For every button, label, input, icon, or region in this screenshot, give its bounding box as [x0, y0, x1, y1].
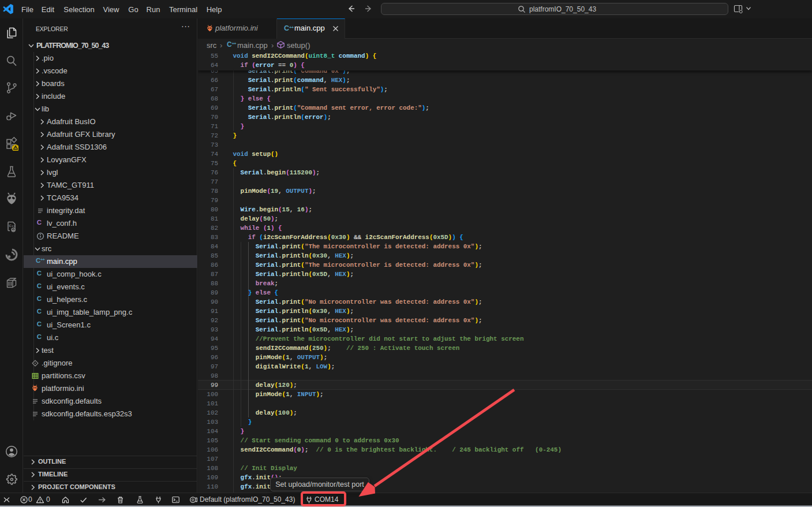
- svg-text:C++: C++: [9, 224, 16, 228]
